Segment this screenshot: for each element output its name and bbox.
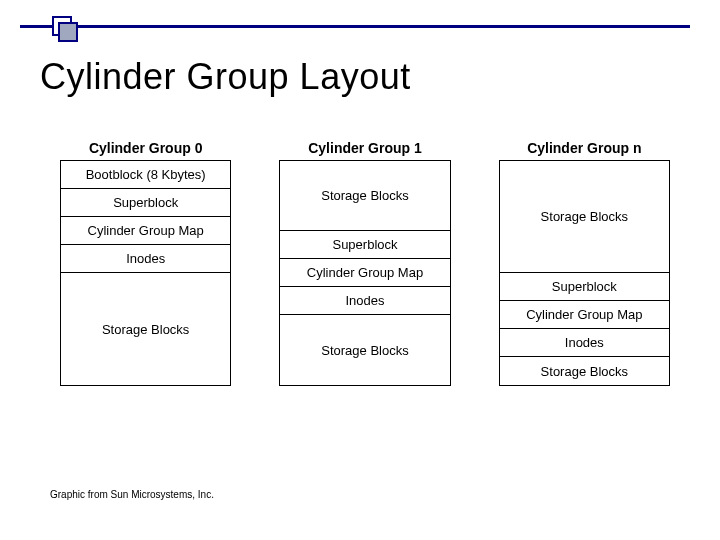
cell-cgmap: Cylinder Group Map [280, 259, 449, 287]
cylinder-group-diagram: Cylinder Group 0 Bootblock (8 Kbytes) Su… [60, 140, 670, 386]
cell-superblock: Superblock [280, 231, 449, 259]
group-stack: Storage Blocks Superblock Cylinder Group… [279, 160, 450, 386]
cell-storage: Storage Blocks [61, 273, 230, 385]
group-stack: Storage Blocks Superblock Cylinder Group… [499, 160, 670, 386]
group-title: Cylinder Group 1 [279, 140, 450, 156]
cell-cgmap: Cylinder Group Map [500, 301, 669, 329]
cell-inodes: Inodes [500, 329, 669, 357]
cell-storage-top: Storage Blocks [280, 161, 449, 231]
header-square-inner [58, 22, 78, 42]
cell-cgmap: Cylinder Group Map [61, 217, 230, 245]
cylinder-group-n: Cylinder Group n Storage Blocks Superblo… [499, 140, 670, 386]
page-title: Cylinder Group Layout [40, 56, 411, 98]
cylinder-group-0: Cylinder Group 0 Bootblock (8 Kbytes) Su… [60, 140, 231, 386]
attribution-text: Graphic from Sun Microsystems, Inc. [50, 489, 214, 500]
group-stack: Bootblock (8 Kbytes) Superblock Cylinder… [60, 160, 231, 386]
cell-superblock: Superblock [61, 189, 230, 217]
cell-inodes: Inodes [61, 245, 230, 273]
header-rule [20, 25, 690, 28]
cell-storage-bottom: Storage Blocks [280, 315, 449, 385]
group-title: Cylinder Group n [499, 140, 670, 156]
cell-superblock: Superblock [500, 273, 669, 301]
cell-storage-bottom: Storage Blocks [500, 357, 669, 385]
cell-inodes: Inodes [280, 287, 449, 315]
cell-storage-top: Storage Blocks [500, 161, 669, 273]
group-title: Cylinder Group 0 [60, 140, 231, 156]
cell-bootblock: Bootblock (8 Kbytes) [61, 161, 230, 189]
cylinder-group-1: Cylinder Group 1 Storage Blocks Superblo… [279, 140, 450, 386]
